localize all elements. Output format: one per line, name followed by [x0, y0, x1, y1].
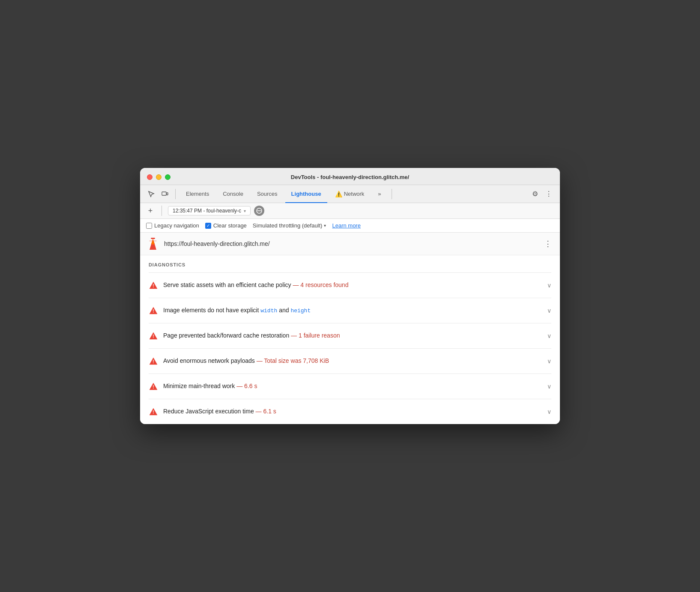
diagnostic-item-network-payloads[interactable]: ! Avoid enormous network payloads — Tota… — [149, 348, 551, 374]
session-dropdown[interactable]: 12:35:47 PM - foul-heavenly-c ▾ — [168, 206, 251, 215]
tab-lighthouse[interactable]: Lighthouse — [285, 185, 327, 203]
warning-triangle-icon: ! — [149, 356, 158, 366]
tab-console[interactable]: Console — [217, 185, 249, 203]
toolbar-right-icons: ⚙ ⋮ — [529, 188, 555, 200]
traffic-lights — [147, 174, 171, 180]
inspect-element-icon[interactable] — [145, 188, 157, 200]
diagnostic-item-bfcache[interactable]: ! Page prevented back/forward cache rest… — [149, 323, 551, 348]
lighthouse-options-row: Legacy navigation ✓ Clear storage Simula… — [140, 219, 560, 233]
diagnostic-text-main-thread: Minimize main-thread work — 6.6 s — [163, 382, 542, 391]
clear-storage-checkbox-label[interactable]: ✓ Clear storage — [205, 222, 247, 229]
toolbar-separator-2 — [392, 189, 392, 199]
address-separator — [162, 206, 162, 216]
diagnostic-item-image-dimensions[interactable]: ! Image elements do not have explicit wi… — [149, 298, 551, 323]
svg-rect-9 — [149, 240, 156, 241]
expand-icon: ∨ — [547, 383, 551, 390]
expand-icon: ∨ — [547, 282, 551, 289]
main-content: https://foul-heavenly-direction.glitch.m… — [140, 233, 560, 424]
throttling-dropdown[interactable]: Simulated throttling (default) ▾ — [253, 222, 326, 229]
settings-icon[interactable]: ⚙ — [529, 188, 541, 200]
titlebar: DevTools - foul-heavenly-direction.glitc… — [140, 168, 560, 185]
expand-icon: ∨ — [547, 332, 551, 339]
diagnostic-text-cache-policy: Serve static assets with an efficient ca… — [163, 281, 542, 290]
tab-sources[interactable]: Sources — [251, 185, 284, 203]
svg-text:!: ! — [153, 284, 154, 288]
svg-rect-4 — [151, 238, 155, 239]
diagnostic-text-bfcache: Page prevented back/forward cache restor… — [163, 332, 542, 340]
diagnostic-item-cache-policy[interactable]: ! Serve static assets with an efficient … — [149, 272, 551, 298]
toolbar-separator-1 — [175, 189, 176, 199]
svg-rect-0 — [162, 192, 166, 195]
device-mode-icon[interactable] — [159, 188, 171, 200]
tab-more[interactable]: » — [372, 185, 387, 203]
warning-triangle-icon: ! — [149, 306, 158, 315]
window-title: DevTools - foul-heavenly-direction.glitc… — [291, 174, 409, 180]
block-requests-icon[interactable] — [254, 206, 264, 216]
minimize-button[interactable] — [156, 174, 162, 180]
legacy-navigation-checkbox[interactable] — [146, 223, 152, 229]
diagnostic-text-image-dimensions: Image elements do not have explicit widt… — [163, 306, 542, 315]
devtools-toolbar: Elements Console Sources Lighthouse ⚠️ N… — [140, 185, 560, 203]
maximize-button[interactable] — [165, 174, 171, 180]
audit-url: https://foul-heavenly-direction.glitch.m… — [164, 240, 538, 247]
network-warning-icon: ⚠️ — [335, 191, 342, 197]
lighthouse-logo-icon — [146, 237, 160, 251]
add-session-button[interactable]: + — [145, 206, 156, 216]
expand-icon: ∨ — [547, 408, 551, 415]
tab-elements[interactable]: Elements — [180, 185, 215, 203]
svg-text:!: ! — [153, 410, 154, 415]
diagnostics-heading: DIAGNOSTICS — [149, 262, 551, 267]
diagnostics-section: DIAGNOSTICS ! Serve static assets with a… — [140, 255, 560, 424]
expand-icon: ∨ — [547, 307, 551, 314]
warning-triangle-icon: ! — [149, 331, 158, 341]
address-bar-row: + 12:35:47 PM - foul-heavenly-c ▾ — [140, 203, 560, 219]
svg-text:!: ! — [153, 334, 154, 339]
more-options-icon[interactable]: ⋮ — [543, 188, 555, 200]
warning-triangle-icon: ! — [149, 407, 158, 416]
diagnostic-text-js-execution: Reduce JavaScript execution time — 6.1 s — [163, 407, 542, 416]
session-chevron-icon: ▾ — [244, 209, 246, 213]
svg-text:!: ! — [153, 359, 154, 364]
warning-triangle-icon: ! — [149, 382, 158, 391]
svg-text:!: ! — [153, 309, 154, 314]
tab-network[interactable]: ⚠️ Network — [329, 185, 371, 203]
svg-text:!: ! — [153, 385, 154, 389]
learn-more-link[interactable]: Learn more — [332, 222, 360, 229]
diagnostic-item-main-thread[interactable]: ! Minimize main-thread work — 6.6 s ∨ — [149, 374, 551, 399]
expand-icon: ∨ — [547, 358, 551, 365]
throttling-chevron-icon: ▾ — [324, 223, 326, 228]
warning-triangle-icon: ! — [149, 281, 158, 290]
clear-storage-checkbox[interactable]: ✓ — [205, 223, 211, 229]
diagnostic-text-network-payloads: Avoid enormous network payloads — Total … — [163, 357, 542, 365]
devtools-window: DevTools - foul-heavenly-direction.glitc… — [140, 168, 560, 424]
close-button[interactable] — [147, 174, 153, 180]
legacy-navigation-checkbox-label[interactable]: Legacy navigation — [146, 222, 199, 229]
lighthouse-url-bar: https://foul-heavenly-direction.glitch.m… — [140, 233, 560, 255]
svg-rect-1 — [167, 193, 168, 195]
diagnostic-item-js-execution[interactable]: ! Reduce JavaScript execution time — 6.1… — [149, 399, 551, 424]
url-menu-icon[interactable]: ⋮ — [542, 238, 554, 250]
